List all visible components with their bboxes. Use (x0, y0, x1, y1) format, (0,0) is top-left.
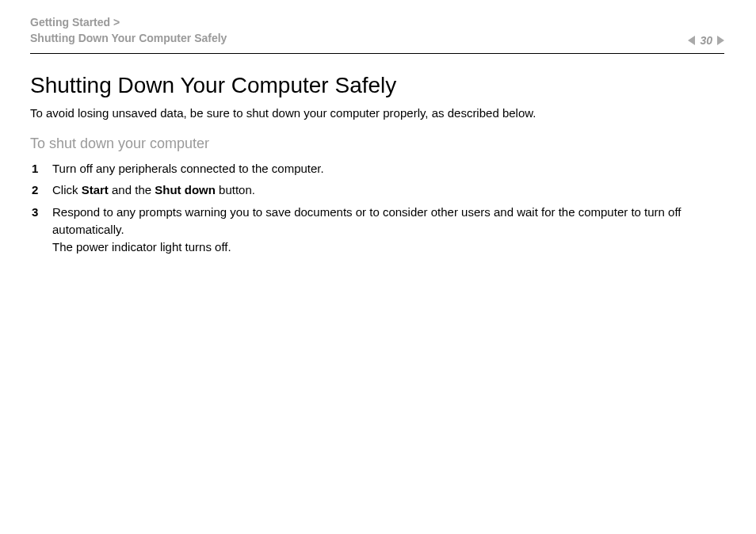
page-number: 30 (700, 34, 712, 47)
text: and the (109, 183, 155, 196)
text: Turn off any peripherals connected to th… (52, 162, 324, 175)
step-item: Turn off any peripherals connected to th… (32, 160, 724, 177)
bold-text: Start (82, 183, 109, 196)
text: button. (216, 183, 255, 196)
page-title: Shutting Down Your Computer Safely (30, 73, 724, 98)
breadcrumb: Getting Started > Shutting Down Your Com… (30, 14, 227, 47)
steps-list: Turn off any peripherals connected to th… (30, 160, 724, 256)
step-body: Click Start and the Shut down button. (52, 181, 724, 199)
step-body: Respond to any prompts warning you to sa… (52, 204, 724, 255)
document-page: Getting Started > Shutting Down Your Com… (0, 0, 756, 276)
step-item: Respond to any prompts warning you to sa… (32, 204, 724, 255)
intro-text: To avoid losing unsaved data, be sure to… (30, 106, 724, 120)
next-page-icon[interactable] (717, 36, 724, 45)
bold-text: Shut down (155, 183, 216, 196)
page-nav: 30 (688, 34, 724, 47)
breadcrumb-line-2: Shutting Down Your Computer Safely (30, 30, 227, 46)
page-header: Getting Started > Shutting Down Your Com… (30, 14, 724, 54)
step-body: Turn off any peripherals connected to th… (52, 160, 724, 177)
section-subhead: To shut down your computer (30, 135, 724, 152)
text: The power indicator light turns off. (52, 240, 231, 254)
text: Respond to any prompts warning you to sa… (52, 205, 681, 236)
prev-page-icon[interactable] (688, 36, 695, 45)
text: Click (52, 183, 82, 196)
step-item: Click Start and the Shut down button. (32, 181, 724, 199)
breadcrumb-line-1: Getting Started > (30, 14, 227, 30)
